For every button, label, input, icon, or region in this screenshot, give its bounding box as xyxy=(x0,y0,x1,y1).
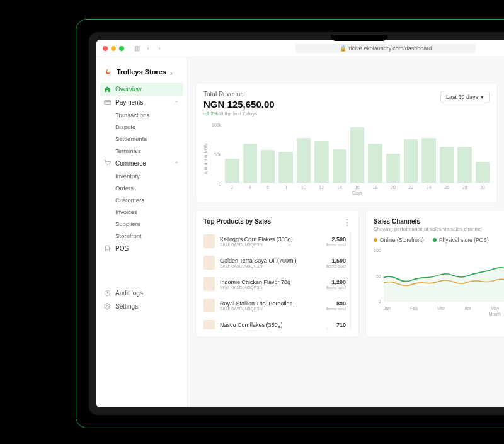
close-window-icon[interactable] xyxy=(103,46,108,51)
product-unit: items sold xyxy=(326,285,346,290)
product-thumb xyxy=(203,256,215,270)
sales-channels-card: Sales Channels Showing performance of sa… xyxy=(365,210,504,338)
chart-bar xyxy=(386,154,400,183)
chart-bar xyxy=(314,141,328,183)
nav-overview[interactable]: Overview xyxy=(100,83,183,96)
x-axis-label: Month xyxy=(384,312,504,316)
nav-terminals[interactable]: Terminals xyxy=(96,145,187,157)
chart-bar xyxy=(278,152,292,183)
product-qty: 800 xyxy=(326,300,346,307)
product-name: Royal Stallion Thai Parboiled... xyxy=(220,300,321,307)
product-row[interactable]: Kellogg's Corn Flakes (300g)SKU: 0A5DJN0… xyxy=(203,232,346,251)
nav-suppliers[interactable]: Suppliers xyxy=(96,218,187,230)
main-content: Total Revenue NGN 125,650.00 +1.2% in th… xyxy=(188,57,504,407)
chevron-right-icon: › xyxy=(170,69,176,75)
x-tick: 24 xyxy=(421,185,435,190)
nav-payments[interactable]: Payments ⌃ xyxy=(96,96,187,109)
nav-invoices[interactable]: Invoices xyxy=(96,206,187,218)
product-name: Kellogg's Corn Flakes (300g) xyxy=(220,236,321,242)
back-icon[interactable]: ‹ xyxy=(144,45,152,52)
y-tick: 100k xyxy=(212,123,221,127)
nav-label: Overview xyxy=(115,86,142,93)
product-name: Nasco Cornflakes (350g) xyxy=(220,322,321,328)
chart-bar xyxy=(225,159,239,183)
product-unit: items sold xyxy=(326,264,346,268)
y-tick: 0 xyxy=(374,299,381,304)
product-thumb xyxy=(203,320,215,329)
x-tick: 10 xyxy=(297,185,311,190)
more-icon[interactable]: ⋮ xyxy=(343,218,351,227)
nav-dispute[interactable]: Dispute xyxy=(96,121,187,133)
home-icon xyxy=(104,86,111,93)
laptop-bezel: ▥ ‹ › 🔒 ricive.ekolaundry.com/dashboard … xyxy=(89,32,504,415)
nav-orders[interactable]: Orders xyxy=(96,182,187,194)
x-tick: 16 xyxy=(350,185,364,190)
lock-icon: 🔒 xyxy=(340,45,346,52)
product-row[interactable]: Indomie Chicken Flavor 70gSKU: 0A5DJN0QR… xyxy=(203,275,346,293)
chart-bar xyxy=(440,147,454,183)
legend-item: Online (Storefront) xyxy=(374,237,424,243)
card-subtitle: Showing performance of sales via sales c… xyxy=(374,226,504,232)
nav-pos[interactable]: POS xyxy=(96,242,187,255)
nav-transactions[interactable]: Transactions xyxy=(96,109,187,121)
top-products-card: Top Products by Sales ⋮ Kellogg's Corn F… xyxy=(195,210,359,338)
address-bar[interactable]: 🔒 ricive.ekolaundry.com/dashboard xyxy=(167,44,504,53)
x-tick: Apr xyxy=(464,306,471,310)
minimize-window-icon[interactable] xyxy=(111,46,116,51)
revenue-chart: Amount in NGN 100k 50k 0 246810121416182… xyxy=(203,123,490,195)
window-controls[interactable] xyxy=(103,46,124,51)
product-sku: SKU: 0A5DJN0QR3N xyxy=(220,264,321,268)
card-icon xyxy=(104,99,111,106)
device-frame: ▥ ‹ › 🔒 ricive.ekolaundry.com/dashboard … xyxy=(76,19,504,428)
legend-label: Online (Storefront) xyxy=(380,237,424,243)
legend-dot xyxy=(374,238,377,242)
page-actions xyxy=(195,65,504,77)
period-selector[interactable]: Last 30 days ▾ xyxy=(440,91,490,103)
screen: ▥ ‹ › 🔒 ricive.ekolaundry.com/dashboard … xyxy=(96,40,504,407)
nav-label: Settings xyxy=(115,303,138,310)
legend-label: Physical store (POS) xyxy=(439,237,489,243)
nav-audit-logs[interactable]: Audit logs xyxy=(96,287,187,300)
chart-bar xyxy=(261,150,275,183)
product-unit: items sold xyxy=(326,328,346,330)
maximize-window-icon[interactable] xyxy=(119,46,124,51)
x-tick: 12 xyxy=(314,185,328,190)
product-row[interactable]: Royal Stallion Thai Parboiled...SKU: 0A5… xyxy=(203,296,346,315)
product-name: Indomie Chicken Flavor 70g xyxy=(220,279,321,285)
sidebar-toggle-icon[interactable]: ▥ xyxy=(133,45,140,52)
x-tick: 20 xyxy=(386,185,400,190)
legend-item: Physical store (POS) xyxy=(433,237,489,243)
x-tick: Feb xyxy=(410,306,418,310)
x-tick: May xyxy=(491,306,499,310)
product-qty: 710 xyxy=(326,322,346,328)
forward-icon[interactable]: › xyxy=(156,45,163,52)
product-row[interactable]: Golden Terra Soya Oil (700ml)SKU: 0A5DJN… xyxy=(203,253,346,272)
product-qty: 1,500 xyxy=(326,258,346,264)
delta: +1.2% xyxy=(203,111,218,117)
product-thumb xyxy=(203,277,215,291)
x-tick: 22 xyxy=(404,185,418,190)
revenue-card: Total Revenue NGN 125,650.00 +1.2% in th… xyxy=(195,83,498,203)
svg-rect-0 xyxy=(105,100,110,104)
workspace-switcher[interactable]: Trolleys Stores › xyxy=(96,64,187,83)
product-sku: SKU: 0A5DJN0QR3N xyxy=(220,307,321,311)
x-tick: 4 xyxy=(243,185,257,190)
gear-icon xyxy=(104,303,111,310)
nav-settings[interactable]: Settings xyxy=(96,300,187,313)
chart-bar xyxy=(333,149,346,183)
terminal-icon xyxy=(104,245,111,252)
x-tick: 6 xyxy=(261,185,275,190)
nav-label: Commerce xyxy=(115,160,146,167)
nav-commerce[interactable]: Commerce ⌃ xyxy=(96,157,187,170)
y-axis-label: Amount in NGN xyxy=(203,123,208,195)
product-unit: items sold xyxy=(326,307,346,311)
nav-storefront[interactable]: Storefront xyxy=(96,230,187,242)
chart-bar xyxy=(476,162,490,183)
x-axis-label: Days xyxy=(225,191,490,195)
x-tick: 18 xyxy=(368,185,382,190)
product-row[interactable]: Nasco Cornflakes (350g)SKU: 0A5DJN0QR3N7… xyxy=(203,317,346,329)
nav-inventory[interactable]: Inventory xyxy=(96,170,187,182)
nav-customers[interactable]: Customers xyxy=(96,194,187,206)
x-tick: Mar xyxy=(437,306,445,310)
nav-settlements[interactable]: Settlements xyxy=(96,133,187,145)
